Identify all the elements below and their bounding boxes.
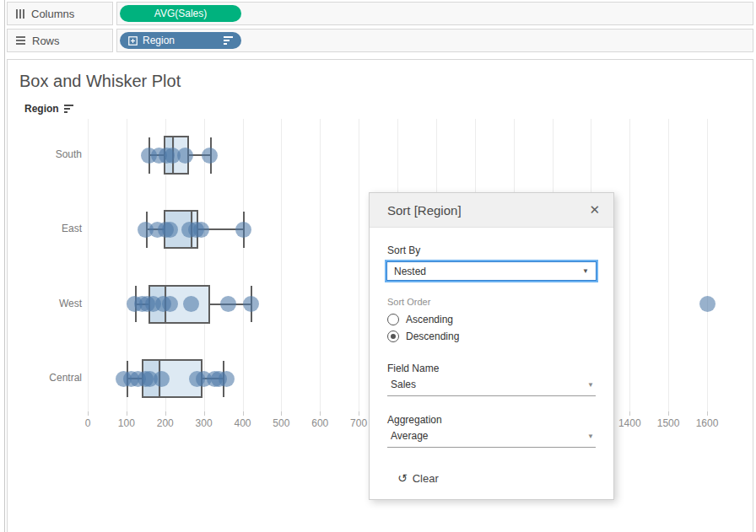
gridline <box>707 119 708 411</box>
axis-tick-label: 1600 <box>688 417 726 429</box>
columns-shelf-label: Columns <box>7 2 113 25</box>
radio-ascending-label: Ascending <box>406 314 453 325</box>
rows-shelf[interactable]: Region <box>116 29 753 52</box>
rows-icon <box>16 36 25 45</box>
avg-sales-pill-label: AVG(Sales) <box>154 8 207 19</box>
aggregation-dropdown[interactable]: Average ▼ <box>387 432 596 448</box>
gridline <box>320 119 321 411</box>
radio-descending-label: Descending <box>406 330 459 342</box>
axis-tick <box>88 411 89 416</box>
data-point[interactable] <box>183 296 199 312</box>
axis-tick-label: 400 <box>224 417 262 429</box>
axis-tick-label: 1500 <box>650 417 687 429</box>
caret-down-icon: ▼ <box>582 267 589 275</box>
sort-by-value: Nested <box>394 266 426 277</box>
caret-down-icon: ▼ <box>587 381 594 389</box>
field-name-label: Field Name <box>387 363 439 374</box>
axis-tick <box>165 411 166 416</box>
radio-ascending-circle[interactable] <box>387 314 399 325</box>
sort-dialog-title: Sort [Region] <box>387 203 589 218</box>
sort-order-label: Sort Order <box>387 297 430 307</box>
data-point[interactable] <box>193 222 209 238</box>
data-point[interactable] <box>154 371 170 387</box>
columns-shelf-text: Columns <box>31 8 74 20</box>
columns-shelf[interactable]: AVG(Sales) <box>116 2 753 25</box>
data-point[interactable] <box>243 296 259 312</box>
axis-tick <box>127 411 127 416</box>
axis-tick <box>629 411 630 416</box>
data-point[interactable] <box>235 222 251 238</box>
gridline <box>359 119 359 411</box>
category-label: East <box>21 223 82 234</box>
category-label: Central <box>21 372 82 384</box>
axis-tick-label: 200 <box>147 417 184 429</box>
data-point[interactable] <box>162 222 178 238</box>
sort-descending-icon[interactable] <box>224 36 233 45</box>
panel-divider <box>4 0 5 532</box>
region-pill-label: Region <box>143 35 175 46</box>
region-pill[interactable]: Region <box>120 32 241 49</box>
data-point[interactable] <box>177 148 193 164</box>
data-point[interactable] <box>202 148 218 164</box>
radio-descending[interactable]: Descending <box>387 330 459 342</box>
axis-tick <box>281 411 282 416</box>
axis-tick <box>204 411 205 416</box>
sort-by-dropdown[interactable]: Nested ▼ <box>386 261 597 281</box>
radio-ascending[interactable]: Ascending <box>387 314 453 325</box>
data-point[interactable] <box>219 371 235 387</box>
close-icon[interactable]: ✕ <box>589 202 600 218</box>
data-point[interactable] <box>220 296 236 312</box>
field-name-dropdown[interactable]: Sales ▼ <box>387 380 596 396</box>
gridline <box>204 119 205 411</box>
sort-dialog-header[interactable]: Sort [Region] ✕ <box>370 193 613 228</box>
sort-dialog: Sort [Region] ✕ Sort By Nested ▼ Sort Or… <box>369 192 614 500</box>
gridline <box>88 119 89 411</box>
data-point[interactable] <box>162 296 178 312</box>
axis-tick-label: 500 <box>262 417 300 429</box>
axis-tick-label: 100 <box>108 417 145 429</box>
gridline <box>281 119 282 411</box>
caret-down-icon: ▼ <box>587 433 594 440</box>
undo-icon: ↺ <box>397 471 408 485</box>
avg-sales-pill[interactable]: AVG(Sales) <box>120 5 241 22</box>
axis-tick-label: 300 <box>186 417 223 429</box>
axis-tick-label: 0 <box>69 417 106 429</box>
axis-tick <box>320 411 321 416</box>
gridline <box>668 119 669 411</box>
axis-tick-label: 1400 <box>611 417 648 429</box>
clear-button[interactable]: ↺ Clear <box>397 471 439 485</box>
radio-descending-circle[interactable] <box>387 330 399 342</box>
axis-tick <box>243 411 244 416</box>
aggregation-value: Average <box>391 430 428 442</box>
field-name-value: Sales <box>391 379 416 390</box>
sort-by-label: Sort By <box>387 245 420 256</box>
columns-icon <box>16 9 24 19</box>
clear-button-label: Clear <box>413 472 439 485</box>
category-label: West <box>21 298 82 309</box>
axis-tick-label: 600 <box>301 417 338 429</box>
rows-shelf-label: Rows <box>7 29 113 52</box>
gridline <box>629 119 630 411</box>
axis-tick <box>707 411 708 416</box>
aggregation-label: Aggregation <box>387 414 442 426</box>
gridline <box>243 119 244 411</box>
expand-plus-icon[interactable] <box>128 36 138 46</box>
data-point[interactable] <box>699 296 716 312</box>
axis-tick <box>359 411 359 416</box>
rows-shelf-text: Rows <box>32 35 60 47</box>
axis-tick <box>668 411 669 416</box>
category-label: South <box>21 148 82 160</box>
